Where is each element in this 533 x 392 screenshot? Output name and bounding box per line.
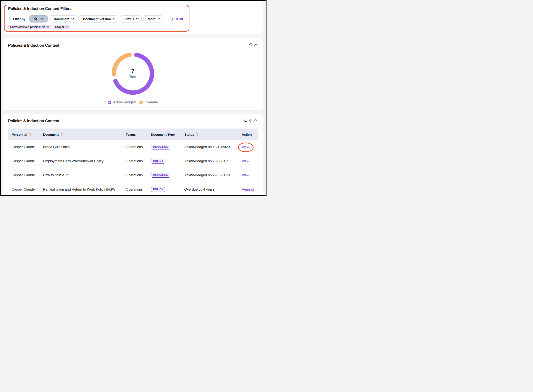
column-header-personnel[interactable]: Personnel (8, 132, 43, 136)
document-type-badge: INDUCTION (151, 173, 170, 178)
table-card: Policies & Induction Content (3, 114, 263, 196)
cell-teams: Operations (126, 173, 151, 177)
table-row: Casper Claude Employment Hero Whistleblo… (8, 154, 258, 168)
cell-document: How to host a 1:1 (43, 173, 126, 177)
refresh-button[interactable] (249, 43, 252, 46)
cell-personnel: Casper Claude (8, 145, 43, 149)
cell-action: Remind (242, 187, 258, 191)
cell-document-type: POLICY (151, 159, 184, 163)
sliders-icon (8, 17, 11, 21)
donut-chart: 7 Total (109, 50, 157, 98)
cell-document-type: INDUCTION (151, 145, 184, 149)
status-filter-dropdown[interactable]: Status (120, 15, 142, 23)
collapse-button[interactable] (254, 44, 257, 46)
cell-personnel: Casper Claude (8, 187, 43, 191)
cell-personnel: Casper Claude (8, 159, 43, 163)
more-filter-dropdown[interactable]: More (143, 15, 163, 23)
download-icon (244, 118, 247, 122)
legend-label: Overdue (145, 100, 158, 104)
cell-personnel: Casper Claude (8, 173, 43, 177)
cell-action: View (242, 173, 258, 177)
sort-icon[interactable] (196, 132, 198, 136)
table-header-row: Personnel Document Teams Document Type S… (8, 129, 258, 140)
sort-icon[interactable] (29, 132, 32, 136)
column-header-document[interactable]: Document (43, 132, 126, 136)
donut-segment-overdue (114, 55, 129, 74)
chevron-down-icon (158, 18, 160, 20)
chip-show-archived-policies[interactable]: Show archived policies: No (8, 25, 51, 29)
legend-label: Acknowledged (113, 100, 136, 104)
table-row: Casper Claude Brand Guidelines Operation… (8, 140, 258, 154)
status-filter-label: Status (124, 17, 134, 21)
document-type-badge: INDUCTION (151, 145, 170, 149)
table-card-title: Policies & Induction Content (8, 118, 59, 123)
column-header-document-type[interactable]: Document Type (151, 133, 184, 136)
chevron-down-icon (41, 18, 43, 20)
cell-teams: Operations (126, 145, 151, 149)
chevron-up-icon (254, 44, 257, 46)
chip-value: casper (55, 25, 65, 28)
cell-teams: Operations (126, 187, 151, 191)
cell-action: View (242, 145, 258, 149)
view-link[interactable]: View (242, 159, 249, 163)
donut-chart-svg (109, 50, 157, 97)
filters-card: Policies & Induction Content Filters Fil… (3, 1, 263, 34)
chart-card: Policies & Induction Content (3, 38, 263, 110)
sort-icon[interactable] (60, 132, 63, 136)
legend-item-acknowledged[interactable]: Acknowledged (108, 100, 136, 104)
refresh-icon (249, 119, 252, 122)
cell-status: Overdue by 4 years (184, 187, 242, 191)
active-filter-chips: Show archived policies: No casper (8, 25, 258, 29)
cell-status: Acknowledged on 13/11/2020 (184, 145, 242, 149)
more-filter-label: More (148, 17, 155, 21)
chart-card-title: Policies & Induction Content (8, 43, 59, 48)
legend-checkbox-overdue[interactable] (139, 101, 143, 104)
cell-action: View (242, 159, 258, 163)
chevron-up-icon (254, 119, 257, 121)
refresh-button[interactable] (249, 119, 252, 122)
legend-item-overdue[interactable]: Overdue (139, 100, 158, 104)
reset-label: Reset (175, 17, 183, 21)
search-filter-button[interactable] (29, 15, 48, 23)
document-filter-label: Document (54, 17, 70, 21)
document-version-filter-label: Document Version (83, 17, 111, 21)
view-link[interactable]: View (242, 145, 249, 149)
refresh-icon (249, 43, 252, 46)
cell-status: Acknowledged on 23/08/2021 (184, 159, 242, 163)
chevron-down-icon (113, 18, 115, 20)
cell-document: Employment Hero Whistleblower Policy (43, 159, 126, 163)
close-icon[interactable] (47, 26, 49, 28)
column-header-status[interactable]: Status (184, 132, 242, 136)
filter-toolbar: Filter by Document Document Version (8, 15, 258, 23)
chart-legend: Acknowledged Overdue (3, 100, 263, 104)
legend-checkbox-acknowledged[interactable] (108, 101, 111, 104)
reset-button[interactable]: Reset (170, 17, 183, 21)
cell-document: Rehabilitation and Return to Work Policy… (43, 187, 126, 191)
document-type-badge: POLICY (151, 159, 165, 163)
chip-value: No (42, 25, 45, 28)
collapse-button[interactable] (254, 119, 257, 121)
column-label: Personnel (12, 133, 27, 136)
reset-icon (170, 17, 173, 21)
chip-casper[interactable]: casper (53, 25, 70, 29)
document-version-filter-dropdown[interactable]: Document Version (79, 15, 118, 23)
cell-document-type: INDUCTION (151, 173, 184, 178)
cell-teams: Operations (126, 159, 151, 163)
column-header-action[interactable]: Action (242, 133, 258, 136)
column-label: Document Type (151, 133, 175, 136)
table-row: Casper Claude How to host a 1:1 Operatio… (8, 168, 258, 182)
chevron-down-icon (136, 18, 139, 20)
column-label: Action (242, 133, 252, 136)
column-label: Teams (126, 133, 136, 136)
filters-card-title: Policies & Induction Content Filters (8, 6, 72, 11)
close-icon[interactable] (66, 26, 68, 28)
remind-link[interactable]: Remind (242, 187, 254, 191)
cell-document-type: POLICY (151, 187, 184, 192)
document-filter-dropdown[interactable]: Document (50, 15, 77, 23)
column-header-teams[interactable]: Teams (126, 133, 151, 136)
view-link[interactable]: View (242, 173, 249, 177)
column-label: Document (43, 133, 59, 136)
download-button[interactable] (244, 118, 247, 122)
cell-document: Brand Guidelines (43, 145, 126, 149)
chip-label: Show archived policies: (10, 25, 41, 28)
